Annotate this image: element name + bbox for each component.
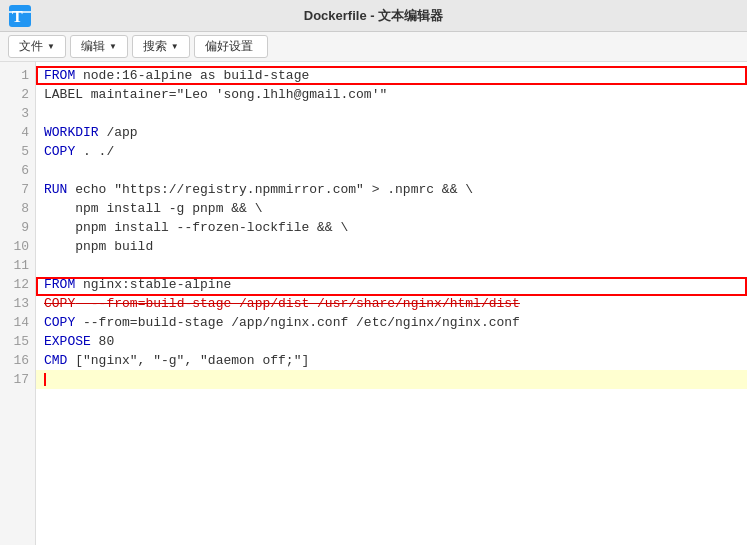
code-line-17[interactable] bbox=[36, 370, 747, 389]
code-line-5: COPY . ./ bbox=[36, 142, 747, 161]
line-num-9: 9 bbox=[0, 218, 35, 237]
line-num-16: 16 bbox=[0, 351, 35, 370]
code-line-7: RUN echo "https://registry.npmmirror.com… bbox=[36, 180, 747, 199]
menu-bar: 文件 编辑 搜索 偏好设置 bbox=[0, 32, 747, 62]
code-line-14: COPY --from=build-stage /app/nginx.conf … bbox=[36, 313, 747, 332]
code-line-10: pnpm build bbox=[36, 237, 747, 256]
line-num-13: 13 bbox=[0, 294, 35, 313]
window-title: Dockerfile - 文本编辑器 bbox=[304, 7, 443, 25]
line-num-17: 17 bbox=[0, 370, 35, 389]
code-line-15: EXPOSE 80 bbox=[36, 332, 747, 351]
line-num-6: 6 bbox=[0, 161, 35, 180]
code-line-11 bbox=[36, 256, 747, 275]
edit-menu[interactable]: 编辑 bbox=[70, 35, 128, 58]
code-line-2: LABEL maintainer="Leo 'song.lhlh@gmail.c… bbox=[36, 85, 747, 104]
line-num-8: 8 bbox=[0, 199, 35, 218]
code-line-1: FROM node:16-alpine as build-stage bbox=[36, 66, 747, 85]
line-num-10: 10 bbox=[0, 237, 35, 256]
code-line-13: COPY --from=build-stage /app/dist /usr/s… bbox=[36, 294, 747, 313]
line-num-3: 3 bbox=[0, 104, 35, 123]
file-menu[interactable]: 文件 bbox=[8, 35, 66, 58]
code-line-9: pnpm install --frozen-lockfile && \ bbox=[36, 218, 747, 237]
line-num-5: 5 bbox=[0, 142, 35, 161]
title-bar: T Dockerfile - 文本编辑器 bbox=[0, 0, 747, 32]
code-line-12: FROM nginx:stable-alpine bbox=[36, 275, 747, 294]
preferences-menu[interactable]: 偏好设置 bbox=[194, 35, 268, 58]
line-num-11: 11 bbox=[0, 256, 35, 275]
search-menu[interactable]: 搜索 bbox=[132, 35, 190, 58]
svg-text:T: T bbox=[12, 8, 23, 25]
text-cursor bbox=[44, 373, 46, 386]
code-line-8: npm install -g pnpm && \ bbox=[36, 199, 747, 218]
code-line-4: WORKDIR /app bbox=[36, 123, 747, 142]
line-num-14: 14 bbox=[0, 313, 35, 332]
line-num-2: 2 bbox=[0, 85, 35, 104]
line-num-1: 1 bbox=[0, 66, 35, 85]
line-num-15: 15 bbox=[0, 332, 35, 351]
line-num-7: 7 bbox=[0, 180, 35, 199]
app-logo: T bbox=[8, 4, 32, 28]
line-num-12: 12 bbox=[0, 275, 35, 294]
code-area[interactable]: FROM node:16-alpine as build-stage LABEL… bbox=[36, 62, 747, 545]
code-line-3 bbox=[36, 104, 747, 123]
editor-container: 1 2 3 4 5 6 7 8 9 10 11 12 13 14 15 16 1… bbox=[0, 62, 747, 545]
line-numbers: 1 2 3 4 5 6 7 8 9 10 11 12 13 14 15 16 1… bbox=[0, 62, 36, 545]
code-line-16: CMD ["nginx", "-g", "daemon off;"] bbox=[36, 351, 747, 370]
line-num-4: 4 bbox=[0, 123, 35, 142]
code-line-6 bbox=[36, 161, 747, 180]
